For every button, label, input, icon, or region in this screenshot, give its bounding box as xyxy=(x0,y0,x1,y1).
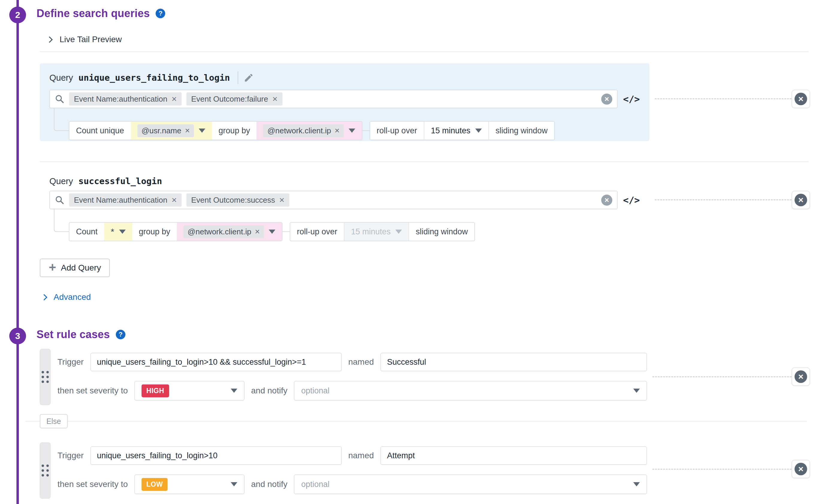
severity-select[interactable]: HIGH xyxy=(134,381,245,401)
code-view-icon[interactable]: </> xyxy=(623,195,640,205)
remove-icon: × xyxy=(795,370,807,383)
remove-query-connector xyxy=(655,199,792,200)
query-title: Query successful_login xyxy=(49,174,162,188)
step-2-title: Define search queries xyxy=(36,7,150,20)
chevron-down-icon xyxy=(395,230,402,234)
code-view-icon[interactable]: </> xyxy=(623,94,640,104)
chevron-down-icon xyxy=(633,482,640,486)
facet-chip[interactable]: @usr.name × xyxy=(137,124,194,137)
named-label: named xyxy=(348,357,374,367)
query-connector xyxy=(54,108,69,131)
query-search-input[interactable]: Event Name:authentication × Event Outcom… xyxy=(49,90,618,108)
step-3-badge: 3 xyxy=(9,328,26,344)
notify-select[interactable]: optional xyxy=(294,474,647,494)
else-chip: Else xyxy=(40,414,68,428)
advanced-label: Advanced xyxy=(54,292,91,302)
divider xyxy=(40,161,809,162)
chevron-down-icon xyxy=(231,389,237,393)
filter-tag-label: Event Name:authentication xyxy=(74,94,167,104)
filter-tag[interactable]: Event Name:authentication × xyxy=(69,92,182,106)
step-2-heading: Define search queries ? xyxy=(36,7,165,20)
measure-group: Count * group by @network.client.ip × xyxy=(69,222,283,241)
named-label: named xyxy=(348,451,374,460)
measure-group: Count unique @usr.name × group by @netwo… xyxy=(69,121,362,140)
remove-filter-icon[interactable]: × xyxy=(171,94,177,103)
divider xyxy=(25,421,807,421)
add-query-button[interactable]: + Add Query xyxy=(40,259,110,277)
measure-row: Count * group by @network.client.ip × ro… xyxy=(69,222,475,241)
count-arg-select[interactable]: * xyxy=(104,223,132,241)
edit-pencil-icon[interactable] xyxy=(244,73,254,83)
facet-chip-label: @usr.name xyxy=(141,126,181,135)
window-mode-label[interactable]: sliding window xyxy=(488,122,554,140)
window-mode-label[interactable]: sliding window xyxy=(408,223,474,241)
filter-tag[interactable]: Event Outcome:success × xyxy=(186,193,289,207)
group-by-select[interactable]: @network.client.ip × xyxy=(257,122,362,140)
query-label: Query xyxy=(49,176,73,186)
facet-chip[interactable]: @network.client.ip × xyxy=(183,225,264,238)
step-rail xyxy=(16,0,19,504)
remove-filter-icon[interactable]: × xyxy=(272,94,278,103)
notify-placeholder: optional xyxy=(301,386,330,395)
rule-editor-page: 2 Define search queries ? Live Tail Prev… xyxy=(0,0,814,504)
remove-case-button[interactable]: × xyxy=(792,367,810,386)
remove-case-button[interactable]: × xyxy=(792,460,810,478)
chevron-right-icon xyxy=(41,294,47,300)
remove-query-button[interactable]: × xyxy=(792,191,810,209)
count-function-label[interactable]: Count unique xyxy=(69,122,131,140)
drag-handle[interactable] xyxy=(40,349,51,405)
query-search-input[interactable]: Event Name:authentication × Event Outcom… xyxy=(49,191,618,209)
case-name-input[interactable] xyxy=(380,446,647,465)
clear-search-icon[interactable]: × xyxy=(601,94,612,105)
case-name-input[interactable] xyxy=(380,353,647,371)
drag-handle[interactable] xyxy=(40,442,51,499)
filter-tag-label: Event Name:authentication xyxy=(74,196,167,205)
help-icon[interactable]: ? xyxy=(116,330,125,339)
group-by-select[interactable]: @network.client.ip × xyxy=(177,223,282,241)
else-divider: Else xyxy=(25,414,807,428)
trigger-row: Trigger named xyxy=(57,446,647,465)
query-connector xyxy=(54,209,69,232)
measure-row: Count unique @usr.name × group by @netwo… xyxy=(69,121,555,140)
count-arg-value: * xyxy=(111,227,114,237)
query-search-row: Event Name:authentication × Event Outcom… xyxy=(49,90,640,108)
remove-facet-icon[interactable]: × xyxy=(255,227,260,236)
rollup-select[interactable]: 15 minutes xyxy=(344,223,408,241)
trigger-condition-input[interactable] xyxy=(90,446,342,465)
remove-query-button[interactable]: × xyxy=(792,90,810,108)
remove-filter-icon[interactable]: × xyxy=(171,196,177,204)
rollup-label: roll-up over xyxy=(290,223,344,241)
group-by-label: group by xyxy=(212,122,257,140)
filter-tag[interactable]: Event Outcome:failure × xyxy=(186,92,283,106)
trigger-row: Trigger named xyxy=(57,353,647,371)
group-by-label: group by xyxy=(132,223,177,241)
chevron-right-icon xyxy=(46,36,53,42)
chevron-down-icon[interactable] xyxy=(199,129,205,133)
remove-case-connector xyxy=(653,469,792,470)
clear-search-icon[interactable]: × xyxy=(601,195,612,206)
advanced-toggle[interactable]: Advanced xyxy=(42,292,91,302)
trigger-condition-input[interactable] xyxy=(90,353,342,371)
chevron-down-icon[interactable] xyxy=(475,129,482,133)
count-arg-select[interactable]: @usr.name × xyxy=(131,122,212,140)
step-3-title: Set rule cases xyxy=(36,328,110,341)
remove-facet-icon[interactable]: × xyxy=(185,126,190,135)
live-tail-toggle[interactable]: Live Tail Preview xyxy=(47,35,122,44)
connector-line xyxy=(362,130,370,131)
help-icon[interactable]: ? xyxy=(155,9,165,18)
chevron-down-icon[interactable] xyxy=(349,129,355,133)
remove-facet-icon[interactable]: × xyxy=(335,126,339,135)
remove-filter-icon[interactable]: × xyxy=(279,196,285,204)
count-function-label[interactable]: Count xyxy=(69,223,104,241)
rollup-select[interactable]: 15 minutes xyxy=(424,122,488,140)
chevron-down-icon[interactable] xyxy=(119,230,126,234)
query-block-2: Query successful_login Event Name:authen… xyxy=(40,171,650,249)
severity-row: then set severity to HIGH and notify opt… xyxy=(57,381,647,401)
case-body: Trigger named then set severity to LOW a… xyxy=(57,442,647,499)
notify-select[interactable]: optional xyxy=(294,381,647,401)
facet-chip[interactable]: @network.client.ip × xyxy=(263,124,344,137)
step-2-badge: 2 xyxy=(9,7,26,23)
filter-tag[interactable]: Event Name:authentication × xyxy=(69,193,182,207)
severity-select[interactable]: LOW xyxy=(134,474,245,494)
chevron-down-icon[interactable] xyxy=(269,230,275,234)
